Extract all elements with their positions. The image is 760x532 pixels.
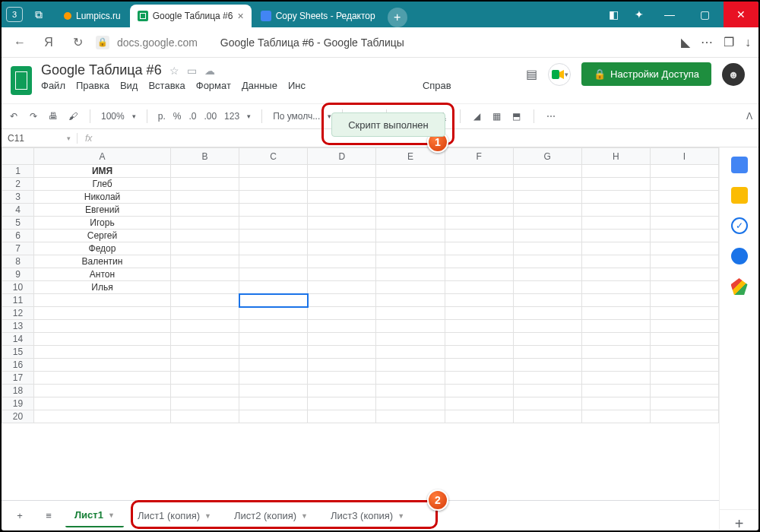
column-header[interactable]: I — [650, 148, 718, 165]
percent-button[interactable]: % — [173, 111, 182, 122]
cell[interactable] — [445, 397, 513, 410]
decrease-decimal-button[interactable]: .0 — [188, 111, 196, 122]
cell[interactable] — [308, 359, 376, 372]
cell[interactable] — [650, 346, 718, 359]
new-tab-button[interactable]: + — [388, 8, 407, 27]
cell[interactable] — [376, 217, 445, 230]
bookmark-icon[interactable]: ◣ — [681, 35, 690, 49]
cell[interactable] — [376, 397, 445, 410]
row-header[interactable]: 2 — [2, 178, 34, 191]
cell-reference[interactable]: C11▾ — [2, 133, 78, 144]
cell[interactable] — [513, 204, 581, 217]
cell[interactable] — [239, 294, 308, 307]
sheet-tab-copy[interactable]: Лист3 (копия)▼ — [321, 505, 413, 527]
cell[interactable] — [376, 307, 445, 320]
cell[interactable] — [308, 385, 376, 397]
cell[interactable] — [308, 346, 376, 359]
cell[interactable] — [581, 410, 650, 423]
cell[interactable]: Валентин — [34, 255, 171, 268]
cell[interactable] — [445, 268, 513, 281]
minimize-button[interactable]: — — [652, 2, 687, 27]
undo-icon[interactable]: ↶ — [8, 111, 20, 122]
cell[interactable] — [239, 230, 308, 242]
cell[interactable] — [171, 217, 239, 230]
cell[interactable] — [445, 410, 513, 423]
sheet-tab-copy[interactable]: Лист1 (копия)▼ — [128, 505, 220, 527]
row-header[interactable]: 20 — [2, 410, 34, 423]
cell[interactable] — [34, 359, 171, 372]
cell[interactable] — [171, 191, 239, 204]
cell[interactable] — [513, 346, 581, 359]
cell[interactable] — [650, 333, 718, 346]
cell[interactable] — [445, 165, 513, 178]
cell[interactable] — [445, 372, 513, 385]
cell[interactable] — [581, 255, 650, 268]
cell[interactable] — [34, 294, 171, 307]
cell[interactable] — [650, 255, 718, 268]
cell[interactable] — [445, 281, 513, 294]
zoom-select[interactable]: 100% — [101, 111, 125, 122]
cell[interactable] — [239, 307, 308, 320]
cell[interactable] — [445, 320, 513, 333]
url-box[interactable]: 🔒 docs.google.com Google Таблица #6 - Go… — [96, 36, 673, 49]
menu-view[interactable]: Вид — [120, 80, 138, 91]
cell[interactable] — [171, 320, 239, 333]
cell[interactable]: Федор — [34, 242, 171, 255]
cell[interactable] — [650, 294, 718, 307]
cell[interactable] — [308, 307, 376, 320]
cell[interactable] — [376, 230, 445, 242]
cell[interactable] — [376, 346, 445, 359]
cell[interactable] — [239, 191, 308, 204]
cell[interactable] — [581, 346, 650, 359]
cell[interactable] — [650, 230, 718, 242]
cell[interactable] — [239, 204, 308, 217]
cell[interactable] — [445, 242, 513, 255]
cell[interactable] — [308, 242, 376, 255]
home-icon[interactable]: 3 — [6, 7, 23, 22]
cell[interactable] — [650, 359, 718, 372]
contacts-icon[interactable] — [731, 248, 748, 264]
cell[interactable] — [445, 204, 513, 217]
cell[interactable] — [513, 294, 581, 307]
cell[interactable] — [581, 359, 650, 372]
cell[interactable] — [376, 191, 445, 204]
cell[interactable] — [581, 230, 650, 242]
cell[interactable] — [376, 372, 445, 385]
cell[interactable] — [239, 372, 308, 385]
cell[interactable] — [239, 359, 308, 372]
menu-format[interactable]: Формат — [196, 80, 231, 91]
redo-icon[interactable]: ↷ — [27, 111, 40, 122]
extension-icon[interactable]: ✦ — [629, 5, 649, 24]
column-header[interactable]: A — [34, 148, 171, 165]
cell[interactable] — [34, 346, 171, 359]
cell[interactable] — [376, 165, 445, 178]
cell[interactable] — [376, 385, 445, 397]
cell[interactable] — [445, 178, 513, 191]
cell[interactable] — [650, 217, 718, 230]
cell[interactable] — [239, 410, 308, 423]
row-header[interactable]: 3 — [2, 191, 34, 204]
cell[interactable] — [513, 397, 581, 410]
cell[interactable] — [581, 333, 650, 346]
row-header[interactable]: 4 — [2, 204, 34, 217]
cell[interactable] — [34, 307, 171, 320]
row-header[interactable]: 5 — [2, 217, 34, 230]
cell[interactable]: Игорь — [34, 217, 171, 230]
menu-tools[interactable]: Инс — [288, 80, 306, 91]
avatar[interactable]: ☻ — [722, 63, 745, 86]
cell[interactable] — [308, 230, 376, 242]
tab-lumpics[interactable]: Lumpics.ru — [56, 5, 128, 27]
cell[interactable] — [171, 372, 239, 385]
font-select[interactable]: По умолч... — [273, 111, 320, 122]
chevron-down-icon[interactable]: ▼ — [108, 511, 115, 519]
increase-decimal-button[interactable]: .00 — [204, 111, 217, 122]
extension-icon[interactable]: ◧ — [603, 5, 623, 24]
cell[interactable] — [308, 372, 376, 385]
column-header[interactable]: H — [581, 148, 650, 165]
row-header[interactable]: 12 — [2, 307, 34, 320]
cell[interactable] — [308, 397, 376, 410]
cell[interactable] — [445, 307, 513, 320]
cell[interactable] — [581, 268, 650, 281]
print-icon[interactable]: 🖶 — [47, 111, 59, 122]
maximize-button[interactable]: ▢ — [687, 2, 722, 27]
